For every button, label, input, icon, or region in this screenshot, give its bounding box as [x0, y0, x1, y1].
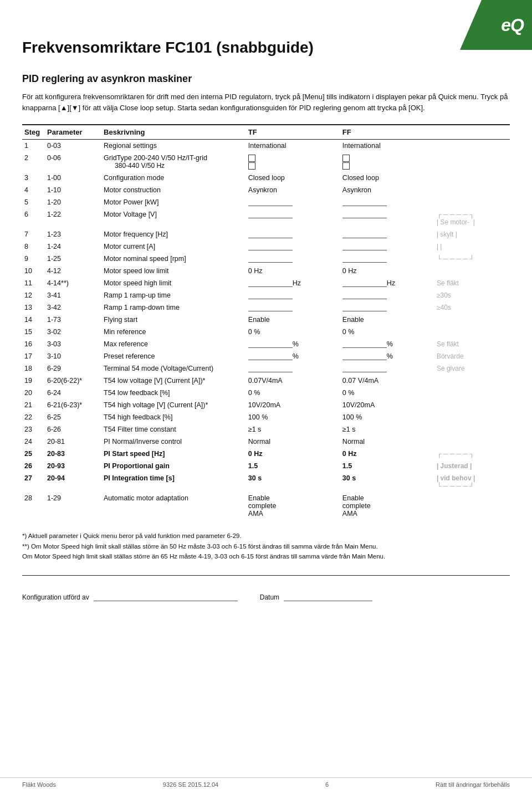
cell-beskr: Motor speed high limit	[101, 277, 246, 289]
cell-note	[434, 184, 510, 196]
cell-beskr: Motor construction	[101, 184, 246, 196]
cell-tf: Normal	[246, 436, 340, 448]
cell-beskr: Ramp 1 ramp-down time	[101, 301, 246, 314]
cell-note: ┌ ─ ─ ─ ─ ┐| Se motor- |	[434, 208, 510, 228]
cell-note: ≥30s	[434, 289, 510, 301]
cell-tf	[246, 289, 340, 301]
cell-beskr: Min reference	[101, 326, 246, 338]
cell-steg: 14	[22, 314, 45, 326]
cell-note	[434, 196, 510, 208]
cell-tf	[246, 196, 340, 208]
cell-param: 20-81	[45, 436, 101, 448]
cell-ff: %	[340, 338, 434, 350]
table-row: 153-02Min reference0 %0 %	[22, 326, 510, 338]
cell-ff: EnablecompleteAMA	[340, 492, 434, 520]
table-row: 123-41Ramp 1 ramp-up time≥30s	[22, 289, 510, 301]
cell-beskr: Motor Voltage [V]	[101, 208, 246, 228]
table-row: 31-00Configuration modeClosed loopClosed…	[22, 172, 510, 184]
cell-ff: Closed loop	[340, 172, 434, 184]
cell-beskr: Motor frequency [Hz]	[101, 228, 246, 240]
cell-param: 1-25	[45, 253, 101, 265]
cell-ff	[340, 289, 434, 301]
cell-param: 0-06	[45, 152, 101, 172]
cell-tf: Asynkron	[246, 184, 340, 196]
cell-tf: International	[246, 140, 340, 152]
cell-steg: 3	[22, 172, 45, 184]
cell-ff	[340, 228, 434, 240]
konfig-underline	[94, 592, 238, 601]
cell-ff	[340, 208, 434, 228]
table-row: 236-26T54 Filter time constant≥1 s≥1 s	[22, 423, 510, 436]
cell-tf: 0 %	[246, 387, 340, 399]
cell-param: 1-29	[45, 492, 101, 520]
cell-beskr: Max reference	[101, 338, 246, 350]
cell-param: 1-24	[45, 240, 101, 253]
bottom-bar: Fläkt Woods 9326 SE 2015.12.04 6 Rätt ti…	[0, 777, 532, 788]
cell-param: 6-25	[45, 411, 101, 423]
cell-tf	[246, 152, 340, 172]
cell-tf: 30 s	[246, 472, 340, 492]
cell-beskr: PI Proportional gain	[101, 460, 246, 472]
datum-field: Datum	[260, 592, 372, 601]
cell-param: 4-14**)	[45, 277, 101, 289]
cell-steg: 9	[22, 253, 45, 265]
footer-page-number: 6	[325, 781, 329, 788]
table-row: 51-20Motor Power [kW]	[22, 196, 510, 208]
cell-steg: 6	[22, 208, 45, 228]
cell-note	[434, 152, 510, 172]
cell-note	[434, 172, 510, 184]
footnote-2: **) Om Motor Speed high limit skall stäl…	[22, 541, 510, 551]
intro-text: För att konfigurera frekvensomriktaren f…	[22, 91, 510, 113]
cell-param: 0-03	[45, 140, 101, 152]
cell-beskr: Motor Power [kW]	[101, 196, 246, 208]
cell-param: 6-20(6-22)*	[45, 375, 101, 387]
cell-beskr: Preset reference	[101, 350, 246, 362]
cell-note	[434, 423, 510, 436]
cell-note: Se fläkt	[434, 338, 510, 350]
cell-tf	[246, 301, 340, 314]
cell-note: Börvärde	[434, 350, 510, 362]
section-heading: PID reglering av asynkron maskiner	[22, 73, 510, 85]
cell-note: | skylt |	[434, 228, 510, 240]
cell-ff: ≥1 s	[340, 423, 434, 436]
cell-steg: 13	[22, 301, 45, 314]
cell-tf: 0 %	[246, 326, 340, 338]
cell-tf: 0 Hz	[246, 265, 340, 277]
cell-note	[434, 314, 510, 326]
table-row: 206-24T54 low feedback [%]0 %0 %	[22, 387, 510, 399]
cell-tf: 1.5	[246, 460, 340, 472]
cell-steg: 20	[22, 387, 45, 399]
cell-param: 1-20	[45, 196, 101, 208]
cell-note	[434, 411, 510, 423]
cell-steg: 24	[22, 436, 45, 448]
cell-tf: 10V/20mA	[246, 399, 340, 411]
cell-beskr: PI Start speed [Hz]	[101, 448, 246, 460]
cell-beskr: T54 Filter time constant	[101, 423, 246, 436]
cell-beskr: T54 high voltage [V] (Current [A])*	[101, 399, 246, 411]
cell-beskr: Configuration mode	[101, 172, 246, 184]
footnotes: *) Aktuell parameter i Quick menu beror …	[22, 531, 510, 561]
cell-steg: 25	[22, 448, 45, 460]
cell-note: Se fläkt	[434, 277, 510, 289]
table-row: 2720-94PI Integration time [s]30 s30 s| …	[22, 472, 510, 492]
footer-doc-number: 9326 SE 2015.12.04	[163, 781, 218, 788]
col-parameter: Parameter	[45, 125, 101, 140]
cell-ff: Hz	[340, 277, 434, 289]
cell-steg: 28	[22, 492, 45, 520]
cell-beskr: PI Integration time [s]	[101, 472, 246, 492]
table-row: 2620-93PI Proportional gain1.51.5| Juste…	[22, 460, 510, 472]
table-row: 196-20(6-22)*T54 low voltage [V] (Curren…	[22, 375, 510, 387]
cell-ff	[340, 152, 434, 172]
datum-underline	[284, 592, 372, 601]
cell-steg: 2	[22, 152, 45, 172]
cell-beskr: T54 low feedback [%]	[101, 387, 246, 399]
footnote-3: Om Motor Speed high limit skall ställas …	[22, 551, 510, 561]
cell-ff: Asynkron	[340, 184, 434, 196]
cell-tf: Hz	[246, 277, 340, 289]
table-row: 2420-81PI Normal/Inverse controlNormalNo…	[22, 436, 510, 448]
cell-ff: 0 %	[340, 326, 434, 338]
cell-steg: 26	[22, 460, 45, 472]
table-row: 71-23Motor frequency [Hz]| skylt |	[22, 228, 510, 240]
cell-ff	[340, 253, 434, 265]
cell-tf: EnablecompleteAMA	[246, 492, 340, 520]
